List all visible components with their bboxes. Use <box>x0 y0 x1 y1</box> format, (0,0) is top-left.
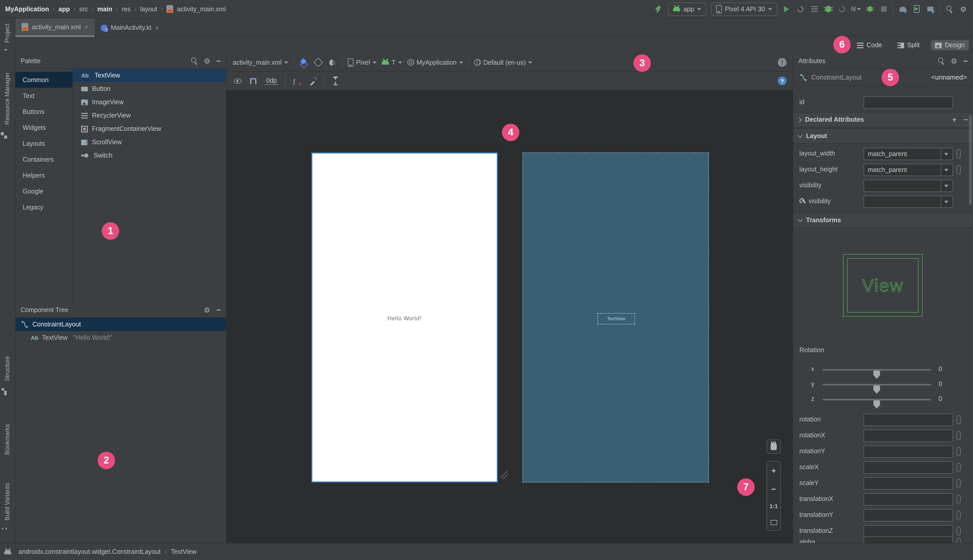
palette-category-text[interactable]: Text <box>15 88 72 104</box>
palette-category-legacy[interactable]: Legacy <box>15 199 72 215</box>
attributes-scrollbar[interactable] <box>969 115 972 205</box>
remove-attribute-button[interactable]: − <box>964 115 968 124</box>
layout-height-flag[interactable] <box>956 165 961 174</box>
bookmarks-icon[interactable] <box>4 464 11 471</box>
theme-selector[interactable]: MyApplication <box>407 59 463 66</box>
scaley-input[interactable] <box>864 477 953 490</box>
pan-tool-button[interactable] <box>766 439 781 454</box>
profiler-icon[interactable] <box>838 4 847 13</box>
tab-mainactivity-kt[interactable]: MainActivity.kt × <box>95 18 165 37</box>
gradle-sync-icon[interactable] <box>898 4 907 13</box>
settings-gear-icon[interactable]: ⚙ <box>959 4 968 13</box>
structure-icon[interactable] <box>4 391 11 398</box>
device-select[interactable]: Pixel 4 API 30 <box>711 2 777 16</box>
default-margins-selector[interactable]: 0dp <box>264 77 278 85</box>
tree-item-textview[interactable]: Ab TextView "Hello World!" <box>15 331 226 344</box>
field-flag[interactable] <box>956 538 961 543</box>
tool-button-project[interactable]: Project <box>3 23 11 43</box>
palette-item-imageview[interactable]: ImageView <box>73 95 226 109</box>
layout-section[interactable]: Layout <box>793 128 973 144</box>
layout-width-flag[interactable] <box>956 149 961 158</box>
guidelines-icon[interactable] <box>331 76 341 85</box>
zoom-in-button[interactable]: + <box>771 467 776 475</box>
autoconnect-magnet-icon[interactable] <box>249 76 258 85</box>
add-attribute-button[interactable]: + <box>952 115 956 124</box>
zoom-out-button[interactable]: − <box>771 485 776 493</box>
hide-panel-icon[interactable]: − <box>216 57 221 65</box>
field-flag[interactable] <box>956 495 961 503</box>
breadcrumb-src[interactable]: src <box>79 5 88 13</box>
search-icon[interactable] <box>938 57 945 64</box>
tool-button-resource-manager[interactable]: Resource Manager <box>3 72 11 125</box>
tab-activity-main-xml[interactable]: activity_main.xml × <box>15 18 95 37</box>
resize-handle[interactable] <box>499 471 510 482</box>
palette-category-helpers[interactable]: Helpers <box>15 167 72 183</box>
translationy-input[interactable] <box>864 509 953 522</box>
orientation-selector[interactable] <box>313 58 323 67</box>
device-selector[interactable]: Pixel <box>348 58 376 67</box>
breadcrumb-main[interactable]: main <box>97 5 112 13</box>
palette-category-layouts[interactable]: Layouts <box>15 135 72 152</box>
field-flag[interactable] <box>956 447 961 456</box>
alpha-input[interactable] <box>864 537 953 543</box>
palette-category-containers[interactable]: Containers <box>15 152 72 167</box>
close-tab-icon[interactable]: × <box>84 23 88 31</box>
build-hammer-icon[interactable] <box>654 4 664 13</box>
view-mode-split[interactable]: Split <box>893 40 924 50</box>
stop-button[interactable] <box>879 4 888 13</box>
scalex-input[interactable] <box>864 462 953 474</box>
tree-item-constraintlayout[interactable]: ConstraintLayout <box>15 318 226 331</box>
zoom-actual-size-button[interactable]: 1:1 <box>769 503 778 509</box>
declared-attributes-section[interactable]: Declared Attributes + − <box>793 112 973 127</box>
resource-manager-icon[interactable] <box>4 135 11 143</box>
slider-thumb[interactable] <box>873 400 880 408</box>
view-mode-design[interactable]: Design <box>931 40 969 50</box>
profiler-n-icon[interactable]: N <box>851 4 861 13</box>
debug-button[interactable] <box>824 4 833 13</box>
field-flag[interactable] <box>956 479 961 488</box>
run-button[interactable] <box>782 4 791 13</box>
blueprint-preview[interactable]: TextView <box>522 152 709 482</box>
run-configuration-select[interactable]: app <box>668 2 707 16</box>
locale-selector[interactable]: Default (en-us) <box>474 59 532 66</box>
palette-category-widgets[interactable]: Widgets <box>15 120 72 135</box>
layout-height-select[interactable]: match_parent <box>864 164 953 176</box>
hello-world-text[interactable]: Hello World! <box>313 315 497 322</box>
breadcrumb-res[interactable]: res <box>122 5 131 13</box>
tool-button-bookmarks[interactable]: Bookmarks <box>3 424 11 455</box>
view-mode-code[interactable]: Code <box>853 40 886 50</box>
field-flag[interactable] <box>956 431 961 440</box>
palette-item-fragmentcontainerview[interactable]: FragmentContainerView <box>73 122 226 135</box>
breadcrumb-app[interactable]: app <box>59 5 70 13</box>
build-variants-android-icon[interactable] <box>4 529 11 537</box>
slider-track[interactable] <box>823 369 931 371</box>
palette-category-buttons[interactable]: Buttons <box>15 104 72 120</box>
palette-item-switch[interactable]: Switch <box>73 149 226 162</box>
search-everywhere-icon[interactable] <box>945 4 954 13</box>
palette-category-common[interactable]: Common <box>15 72 72 88</box>
field-flag[interactable] <box>956 527 961 535</box>
rotationx-input[interactable] <box>864 430 953 442</box>
apply-changes-icon[interactable] <box>796 4 805 13</box>
field-flag[interactable] <box>956 511 961 520</box>
transforms-section[interactable]: Transforms <box>793 213 973 228</box>
rotationy-input[interactable] <box>864 445 953 458</box>
help-icon[interactable]: ? <box>778 77 786 85</box>
hide-panel-icon[interactable]: − <box>216 305 221 314</box>
gear-icon[interactable]: ⚙ <box>204 57 210 64</box>
palette-category-google[interactable]: Google <box>15 183 72 199</box>
visibility-select[interactable] <box>864 180 953 192</box>
slider-track[interactable] <box>823 384 931 385</box>
breadcrumb-project[interactable]: MyApplication <box>5 5 49 13</box>
api-version-selector[interactable]: T <box>382 59 402 66</box>
field-flag[interactable] <box>956 415 961 424</box>
blueprint-textview[interactable]: TextView <box>597 313 635 324</box>
gear-icon[interactable]: ⚙ <box>951 57 957 64</box>
hide-panel-icon[interactable]: − <box>963 57 968 65</box>
zoom-to-fit-icon[interactable] <box>770 520 777 525</box>
translationz-input[interactable] <box>864 525 953 537</box>
clear-constraints-icon[interactable]: ʃ <box>292 76 301 85</box>
field-flag[interactable] <box>956 463 961 472</box>
apply-code-changes-icon[interactable] <box>810 4 819 13</box>
attach-debugger-icon[interactable] <box>865 4 874 13</box>
